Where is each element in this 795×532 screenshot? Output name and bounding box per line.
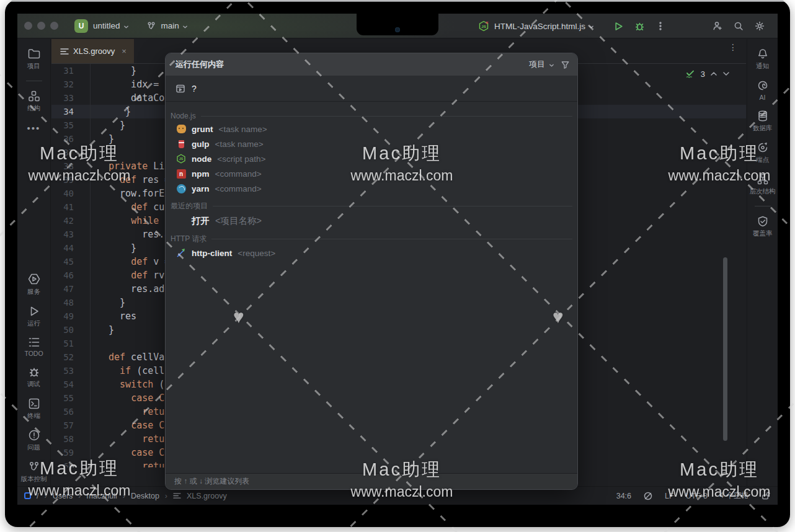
sidebar-item-project[interactable]: 项目 <box>27 48 41 71</box>
line-number: 47 <box>51 282 90 296</box>
file-toggle-icon[interactable] <box>24 492 31 499</box>
search-row[interactable]: ? <box>166 76 577 102</box>
breadcrumb: / › Users › maczhuli › Desktop › XLS.gro… <box>24 492 227 500</box>
sidebar-item-label: 问题 <box>27 443 40 452</box>
ide-window: U untitled main JS × HTML-JavaScript.htm… <box>17 14 778 505</box>
indent-widget[interactable]: 4 个空格 <box>719 490 749 501</box>
sidebar-item-label: 项目 <box>27 62 40 71</box>
debug-button[interactable] <box>629 17 650 35</box>
grunt-icon <box>176 124 186 134</box>
shield-check-icon <box>757 215 769 228</box>
svg-text:×: × <box>486 20 489 25</box>
vcs-widget[interactable]: main <box>146 21 188 31</box>
popup-header: 运行任何内容 项目 <box>166 53 577 76</box>
settings-button[interactable] <box>749 17 770 35</box>
line-ending-widget[interactable]: LF <box>665 492 674 500</box>
section-label: HTTP 请求 <box>169 234 211 244</box>
line-number: 48 <box>51 296 90 309</box>
sidebar-item-version-control[interactable]: 版本控制 <box>21 461 47 484</box>
list-item-grunt[interactable]: grunt <task name> <box>166 122 577 136</box>
camera-icon <box>395 27 400 32</box>
editor-scrollbar[interactable] <box>723 257 727 441</box>
tab-xls-groovy[interactable]: XLS.groovy × <box>51 39 134 63</box>
database-icon <box>757 110 769 122</box>
encoding-widget[interactable]: UTF-8 <box>686 492 708 500</box>
sidebar-item-label: 版本控制 <box>21 475 47 484</box>
line-number: 38 <box>51 159 90 173</box>
close-window-button[interactable] <box>24 22 32 30</box>
code-text: res <box>90 309 136 323</box>
sidebar-item-label: 服务 <box>27 288 40 296</box>
run-button[interactable] <box>608 17 629 35</box>
breadcrumb-root[interactable]: / <box>37 492 38 500</box>
sidebar-item-structure[interactable]: 结构 <box>27 90 40 113</box>
sidebar-item-label: 终端 <box>27 412 40 420</box>
breadcrumb-item[interactable]: Desktop <box>131 492 159 500</box>
titlebar-actions: JS × HTML-JavaScript.html.js <box>478 14 778 38</box>
section-label: Node.js <box>169 112 201 120</box>
list-item-node[interactable]: JS node <script path> <box>166 151 577 166</box>
filter-icon[interactable] <box>561 60 570 69</box>
code-with-me-button[interactable] <box>707 17 728 35</box>
sidebar-item-todo[interactable]: TODO <box>24 337 43 357</box>
divider <box>26 81 42 81</box>
highlight-level-icon[interactable] <box>643 491 653 501</box>
code-text: } <box>90 105 131 118</box>
project-avatar[interactable]: U <box>74 19 88 33</box>
sidebar-item-hierarchy[interactable]: 层次结构 <box>750 173 776 196</box>
sidebar-item-terminal[interactable]: 终端 <box>27 397 40 420</box>
breadcrumb-item[interactable]: maczhuli <box>86 492 117 500</box>
macbook-notch <box>357 14 438 35</box>
sidebar-item-ai[interactable]: AI <box>757 79 769 101</box>
sidebar-item-label: TODO <box>24 350 43 357</box>
sidebar-item-coverage[interactable]: 覆盖率 <box>753 215 773 238</box>
line-number: 55 <box>51 391 90 405</box>
section-rule <box>211 239 572 239</box>
sidebar-item-notifications[interactable]: 通知 <box>756 48 769 71</box>
line-number: 46 <box>51 268 90 282</box>
breadcrumb-file[interactable]: XLS.groovy <box>187 492 227 500</box>
caret-position[interactable]: 34:6 <box>616 492 631 500</box>
tab-close-icon[interactable]: × <box>122 47 127 56</box>
sidebar-item-label: 覆盖率 <box>753 229 773 238</box>
unlock-icon[interactable] <box>761 491 770 500</box>
breadcrumb-item[interactable]: Users <box>53 492 73 500</box>
sidebar-item-problems[interactable]: 问题 <box>27 429 40 452</box>
list-item-gulp[interactable]: gulp <task name> <box>166 136 577 151</box>
run-configuration-selector[interactable]: JS × HTML-JavaScript.html.js <box>478 20 594 32</box>
list-item-open-project[interactable]: 打开 <项目名称> <box>166 213 577 229</box>
list-item-http-client[interactable]: http-client <request> <box>166 246 577 260</box>
zoom-window-button[interactable] <box>50 22 58 30</box>
more-actions-button[interactable] <box>650 17 671 35</box>
project-widget[interactable]: untitled <box>88 21 129 30</box>
traffic-lights[interactable] <box>24 22 58 30</box>
scope-selector[interactable]: 项目 <box>529 59 545 70</box>
nodejs-icon: JS <box>176 154 186 164</box>
line-number: 52 <box>51 350 90 364</box>
line-number: 32 <box>51 78 90 91</box>
sidebar-item-debug[interactable]: 调试 <box>27 366 40 389</box>
chevron-down-icon <box>182 24 188 30</box>
line-number: 51 <box>51 337 90 350</box>
warning-circle-icon <box>28 429 40 441</box>
sidebar-item-endpoints[interactable]: 端点 <box>756 141 769 164</box>
search-everywhere-button[interactable] <box>728 17 749 35</box>
item-param: <command> <box>215 184 262 193</box>
more-tool-windows-button[interactable]: ••• <box>27 123 41 133</box>
sidebar-item-run[interactable]: 运行 <box>27 305 40 328</box>
list-item-yarn[interactable]: yarn <command> <box>166 181 577 196</box>
bell-icon <box>757 48 769 60</box>
endpoints-icon <box>757 141 769 154</box>
hierarchy-icon <box>757 173 769 185</box>
sidebar-item-services[interactable]: 服务 <box>27 272 41 296</box>
chevron-down-icon <box>123 24 129 30</box>
minimize-window-button[interactable] <box>37 22 45 30</box>
sidebar-item-database[interactable]: 数据库 <box>753 110 773 133</box>
line-number: 57 <box>51 419 90 432</box>
item-name: node <box>192 154 211 164</box>
todo-list-icon <box>28 337 40 348</box>
chevron-down-icon[interactable] <box>549 63 554 68</box>
search-input[interactable]: ? <box>192 84 197 94</box>
list-item-npm[interactable]: n npm <command> <box>166 166 577 181</box>
editor-options-kebab-icon[interactable]: ⋮ <box>729 45 737 50</box>
